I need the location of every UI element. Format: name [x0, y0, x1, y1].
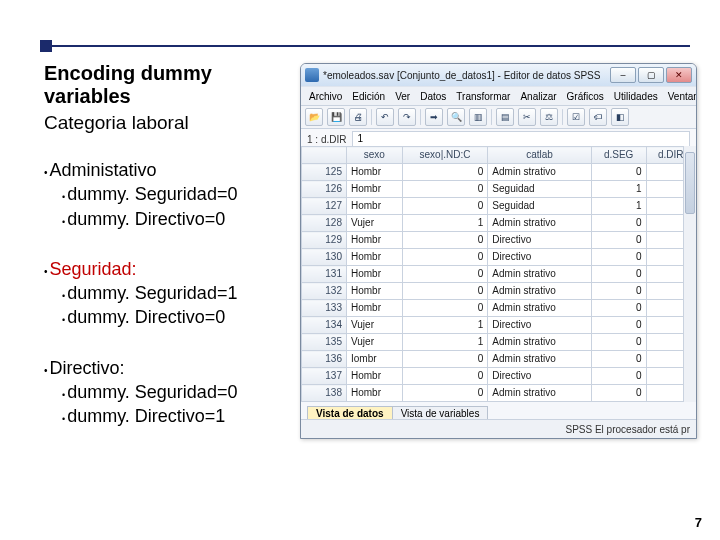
cell[interactable]: 0 [591, 334, 646, 351]
cell[interactable]: 0 [402, 351, 488, 368]
close-button[interactable]: ✕ [666, 67, 692, 83]
value-labels-icon[interactable]: 🏷 [589, 108, 607, 126]
row-number[interactable]: 125 [302, 164, 347, 181]
cell[interactable]: 1 [402, 402, 488, 403]
row-number[interactable]: 130 [302, 249, 347, 266]
cell[interactable]: 0 [591, 402, 646, 403]
cell[interactable]: Hombr [347, 300, 403, 317]
menu-transformar[interactable]: Transformar [452, 91, 514, 102]
cell[interactable]: 0 [591, 300, 646, 317]
cell[interactable]: Hombr [347, 368, 403, 385]
cell[interactable]: Seguidad [488, 181, 591, 198]
row-number[interactable]: 139 [302, 402, 347, 403]
cell[interactable]: Admin strativo [488, 283, 591, 300]
cell[interactable]: 0 [402, 198, 488, 215]
minimize-button[interactable]: – [610, 67, 636, 83]
cell[interactable]: Seguidad [488, 198, 591, 215]
cell[interactable]: 0 [402, 164, 488, 181]
cell[interactable]: 0 [591, 215, 646, 232]
cell[interactable]: Hombr [347, 283, 403, 300]
cell[interactable]: 1 [591, 198, 646, 215]
row-number[interactable]: 136 [302, 351, 347, 368]
cell[interactable]: 0 [402, 266, 488, 283]
cell[interactable]: 0 [402, 300, 488, 317]
row-number[interactable]: 128 [302, 215, 347, 232]
undo-icon[interactable]: ↶ [376, 108, 394, 126]
menu-archivo[interactable]: Archivo [305, 91, 346, 102]
column-header[interactable]: sexo [347, 147, 403, 164]
goto-icon[interactable]: ➡ [425, 108, 443, 126]
menu-utilidades[interactable]: Utilidades [610, 91, 662, 102]
find-icon[interactable]: 🔍 [447, 108, 465, 126]
cell[interactable]: Admin strativo [488, 334, 591, 351]
cell[interactable]: 0 [402, 249, 488, 266]
row-number[interactable]: 127 [302, 198, 347, 215]
redo-icon[interactable]: ↷ [398, 108, 416, 126]
cell[interactable]: Admin strativo [488, 164, 591, 181]
cell[interactable]: Admin strativo [488, 215, 591, 232]
cell[interactable]: Admin strativo [488, 300, 591, 317]
row-number[interactable]: 126 [302, 181, 347, 198]
row-number[interactable]: 129 [302, 232, 347, 249]
print-icon[interactable]: 🖨 [349, 108, 367, 126]
cell[interactable]: Directivo [488, 317, 591, 334]
tab-vista-datos[interactable]: Vista de datos [307, 406, 393, 420]
vertical-scrollbar[interactable] [683, 146, 696, 402]
cell[interactable]: Directivo [488, 232, 591, 249]
cell[interactable]: Hombr [347, 198, 403, 215]
menu-gráficos[interactable]: Gráficos [563, 91, 608, 102]
insert-case-icon[interactable]: ▤ [496, 108, 514, 126]
cell[interactable]: 0 [402, 385, 488, 402]
row-number[interactable]: 134 [302, 317, 347, 334]
column-header[interactable]: d.SEG [591, 147, 646, 164]
cell[interactable]: 0 [591, 317, 646, 334]
tab-vista-variables[interactable]: Vista de variables [392, 406, 489, 420]
cell[interactable]: 0 [591, 368, 646, 385]
cell[interactable]: Vujer [347, 215, 403, 232]
cell[interactable]: Admin strativo [488, 402, 591, 403]
cell[interactable]: Directivo [488, 368, 591, 385]
cell[interactable]: 0 [591, 283, 646, 300]
menu-datos[interactable]: Datos [416, 91, 450, 102]
cell[interactable]: Admin strativo [488, 351, 591, 368]
cell[interactable]: 0 [591, 249, 646, 266]
cell[interactable]: Vujer [347, 334, 403, 351]
row-number[interactable]: 135 [302, 334, 347, 351]
row-number[interactable]: 138 [302, 385, 347, 402]
cell[interactable]: 0 [591, 385, 646, 402]
cell[interactable]: 1 [402, 334, 488, 351]
row-number[interactable]: 131 [302, 266, 347, 283]
cell[interactable]: 0 [402, 232, 488, 249]
cell[interactable]: 0 [591, 164, 646, 181]
open-icon[interactable]: 📂 [305, 108, 323, 126]
save-icon[interactable]: 💾 [327, 108, 345, 126]
cell[interactable]: Admin strativo [488, 266, 591, 283]
cell-value-field[interactable]: 1 [352, 131, 690, 147]
cell[interactable]: Vujer [347, 402, 403, 403]
row-number[interactable]: 133 [302, 300, 347, 317]
split-icon[interactable]: ✂ [518, 108, 536, 126]
cell[interactable]: 1 [402, 317, 488, 334]
cell[interactable]: 1 [402, 215, 488, 232]
cell[interactable]: Iombr [347, 351, 403, 368]
menu-analizar[interactable]: Analizar [516, 91, 560, 102]
weight-icon[interactable]: ⚖ [540, 108, 558, 126]
cell[interactable]: 0 [591, 266, 646, 283]
column-header[interactable]: catlab [488, 147, 591, 164]
use-sets-icon[interactable]: ◧ [611, 108, 629, 126]
cell[interactable]: Hombr [347, 232, 403, 249]
column-header[interactable]: sexo|.ND:C [402, 147, 488, 164]
cell[interactable]: Directivo [488, 249, 591, 266]
insert-var-icon[interactable]: ▥ [469, 108, 487, 126]
cell[interactable]: 0 [402, 283, 488, 300]
select-icon[interactable]: ☑ [567, 108, 585, 126]
cell[interactable]: 0 [591, 232, 646, 249]
menu-edición[interactable]: Edición [348, 91, 389, 102]
cell[interactable]: Hombr [347, 249, 403, 266]
scrollbar-thumb[interactable] [685, 152, 695, 214]
maximize-button[interactable]: ▢ [638, 67, 664, 83]
cell[interactable]: Hombr [347, 164, 403, 181]
cell[interactable]: Hombr [347, 266, 403, 283]
cell[interactable]: Admin strativo [488, 385, 591, 402]
menu-ventana[interactable]: Ventana [664, 91, 697, 102]
